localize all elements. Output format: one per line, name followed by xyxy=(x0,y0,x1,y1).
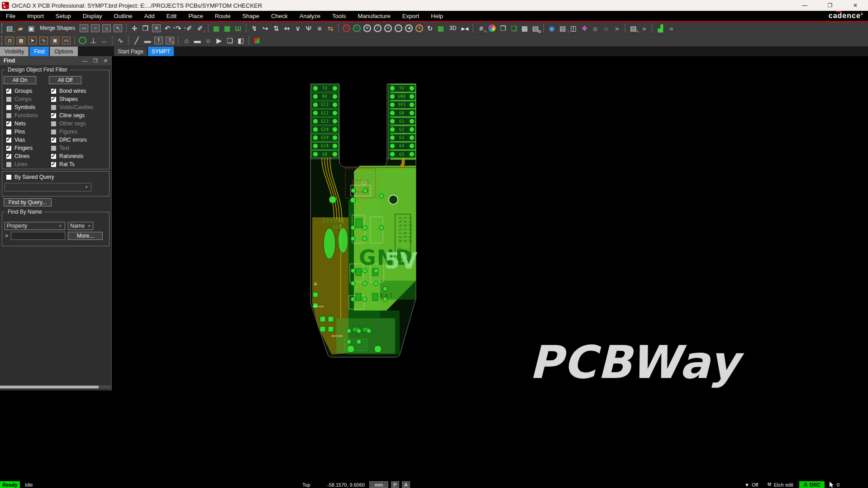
filter-checkbox-groups[interactable]: Groups xyxy=(6,87,48,95)
menu-edit[interactable]: Edit xyxy=(161,11,182,21)
filter-checkbox-clines[interactable]: Clines xyxy=(6,152,48,160)
tab-visibility[interactable]: Visibility xyxy=(0,47,29,56)
active-layer[interactable]: Top xyxy=(302,481,310,488)
pins-icon[interactable]: Ш xyxy=(233,23,243,33)
filter-checkbox-nets[interactable]: Nets xyxy=(6,120,48,128)
measure-icon[interactable]: ↔ xyxy=(99,35,110,45)
close-button[interactable]: ✕ xyxy=(843,0,868,11)
checkbox[interactable] xyxy=(6,154,11,159)
raise-cline-icon[interactable]: ≡ xyxy=(314,23,325,33)
drc-status-badge[interactable]: ⚠ DRC xyxy=(799,481,825,488)
slide-icon[interactable]: ↪ xyxy=(260,23,271,33)
checkbox[interactable] xyxy=(6,129,11,134)
menu-place[interactable]: Place xyxy=(182,11,209,21)
layer-color-swatch[interactable] xyxy=(253,37,260,44)
reports-icon[interactable]: ▤✎ xyxy=(628,23,639,33)
filter-checkbox-bond-wires[interactable]: Bond wires xyxy=(51,87,108,95)
3d-box-icon[interactable]: ◫ xyxy=(568,23,579,33)
component-icon[interactable]: ▩ xyxy=(17,37,25,44)
menu-analyze[interactable]: Analyze xyxy=(294,11,326,21)
unfix-icon[interactable]: ✐✕ xyxy=(195,23,205,33)
toolbar-drag-handle[interactable] xyxy=(1,36,2,45)
brightness-icon[interactable]: ☼ xyxy=(590,23,601,33)
find-panel-header[interactable]: Find — ❐ ✕ xyxy=(0,56,111,65)
swap-icon[interactable]: ⇆ xyxy=(325,23,336,33)
filter-checkbox-ratsnests[interactable]: Ratsnests xyxy=(51,152,108,160)
shape-rect2-icon[interactable]: ▬ xyxy=(192,35,203,45)
checkbox[interactable] xyxy=(51,89,56,94)
spreadsheet-icon[interactable]: ▦ xyxy=(519,23,530,33)
filter-checkbox-shapes[interactable]: Shapes xyxy=(51,95,108,103)
open-board-icon[interactable]: ▦ xyxy=(211,23,222,33)
filter-checkbox-cline-segs[interactable]: Cline segs xyxy=(51,111,108,120)
select-part-icon[interactable]: ➤ xyxy=(28,37,37,44)
color-wheel-icon[interactable] xyxy=(488,24,496,32)
units-button[interactable]: mm xyxy=(369,481,388,488)
waveform-icon[interactable]: ∿ xyxy=(39,37,48,44)
filter-checkbox-symbols[interactable]: Symbols xyxy=(6,103,48,111)
copy-icon[interactable]: ❐ xyxy=(140,23,151,33)
save-icon[interactable]: ▣ xyxy=(26,23,37,33)
redraw-icon[interactable]: ↻ xyxy=(424,23,435,33)
p-button[interactable]: P xyxy=(391,481,399,488)
menu-tools[interactable]: Tools xyxy=(326,11,352,21)
menu-outline[interactable]: Outline xyxy=(108,11,138,21)
pcb-canvas[interactable]: TXRXG13G12G23G20G19G18G9 5VGND3V3G0G1G2G… xyxy=(112,56,868,481)
undo-icon[interactable]: ↶▾ xyxy=(162,23,173,33)
all-off-button[interactable]: All Off xyxy=(49,76,81,84)
layers-icon[interactable]: ❏ xyxy=(508,23,519,33)
checkbox[interactable] xyxy=(51,113,56,118)
panel-close-icon[interactable]: ✕ xyxy=(104,58,108,64)
menu-add[interactable]: Add xyxy=(138,11,161,21)
move-icon[interactable]: ✛ xyxy=(129,23,140,33)
add-line-icon[interactable]: ╱ xyxy=(131,35,142,45)
toolbar-drag-handle[interactable] xyxy=(1,24,2,33)
overflow-2-icon[interactable]: » xyxy=(639,23,649,33)
fix-icon[interactable]: ✐ xyxy=(184,23,195,33)
property-dropdown[interactable]: Property ▼ xyxy=(5,222,65,230)
shape-polygon-icon[interactable]: ⌂ xyxy=(102,24,111,32)
overflow-1-icon[interactable]: » xyxy=(611,23,622,33)
delete-icon[interactable]: ✕ xyxy=(152,24,161,32)
minimize-button[interactable]: — xyxy=(792,0,817,11)
maximize-button[interactable]: ❐ xyxy=(817,0,843,11)
saved-query-dropdown[interactable]: ▼ xyxy=(5,183,91,191)
checkbox[interactable] xyxy=(6,121,11,126)
flip-view-icon[interactable]: ▸◂ xyxy=(459,23,470,33)
shape-rect-icon[interactable]: ▭ xyxy=(80,24,88,32)
visibility-eye-icon[interactable]: ◉ xyxy=(546,23,557,33)
shape-flag-icon[interactable]: ▶ xyxy=(214,35,224,45)
zoom-out-icon[interactable]: − xyxy=(395,24,402,32)
color-edit-icon[interactable]: ❖ xyxy=(579,23,590,33)
menu-setup[interactable]: Setup xyxy=(50,11,77,21)
etch-edit-status[interactable]: ⚒ Etch edit xyxy=(767,481,793,488)
menu-import[interactable]: Import xyxy=(21,11,50,21)
overflow-3-icon[interactable]: » xyxy=(666,23,677,33)
checkbox[interactable] xyxy=(6,138,11,143)
checkbox[interactable] xyxy=(51,162,56,167)
parameters-icon[interactable]: ▤⚙ xyxy=(530,23,541,33)
shape-select-icon[interactable]: ↖ xyxy=(114,24,122,32)
menu-file[interactable]: File xyxy=(0,11,21,21)
board-view-icon[interactable]: ▦ xyxy=(435,23,446,33)
spread-icon[interactable]: Ψ xyxy=(303,23,314,33)
filter-checkbox-vias[interactable]: Vias xyxy=(6,136,48,144)
route-connect-icon[interactable]: ↯ xyxy=(249,23,260,33)
delay-tune-icon[interactable]: ⇅ xyxy=(271,23,281,33)
probe-icon[interactable]: ∿ xyxy=(115,35,126,45)
properties-icon[interactable]: ▤i xyxy=(557,23,568,33)
drop-mark-icon[interactable]: ⊥ xyxy=(88,35,99,45)
new-file-icon[interactable]: ▤+ xyxy=(4,23,15,33)
zoom-point-icon[interactable]: · xyxy=(79,37,86,44)
open-icon[interactable]: ▰ xyxy=(15,23,26,33)
zoom-points-icon[interactable]: ∕ xyxy=(374,24,382,32)
checkbox[interactable] xyxy=(51,97,56,102)
add-text-icon[interactable]: T xyxy=(154,37,163,44)
all-on-button[interactable]: All On xyxy=(4,76,36,84)
panel-scrollbar[interactable] xyxy=(0,385,112,389)
capture-icon[interactable]: ▣ xyxy=(51,37,59,44)
merge-shapes-button[interactable]: Merge Shapes xyxy=(37,25,78,31)
filter-checkbox-fingers[interactable]: Fingers xyxy=(6,144,48,152)
pcb-board[interactable]: TXRXG13G12G23G20G19G18G9 5VGND3V3G0G1G2G… xyxy=(309,83,418,360)
tab-start-page[interactable]: Start Page xyxy=(114,47,147,56)
